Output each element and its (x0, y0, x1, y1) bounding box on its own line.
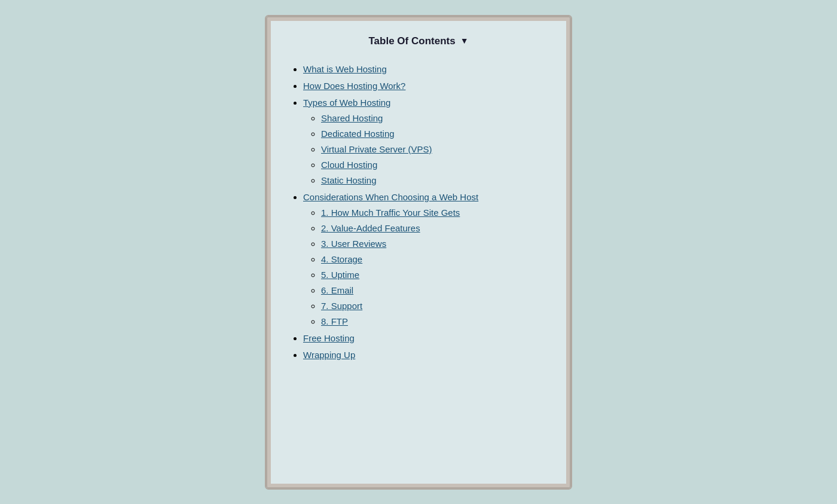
toc-link[interactable]: Free Hosting (303, 333, 355, 343)
list-item: Shared Hosting (321, 113, 546, 124)
list-item: Wrapping Up (303, 350, 546, 361)
toc-sub-link[interactable]: 7. Support (321, 301, 362, 311)
toc-sub-link[interactable]: 3. User Reviews (321, 239, 386, 249)
toc-link[interactable]: Wrapping Up (303, 350, 355, 360)
toc-sub-link[interactable]: 2. Value-Added Features (321, 223, 420, 233)
toc-header: Table Of Contents ▼ (291, 35, 546, 47)
list-item: Dedicated Hosting (321, 129, 546, 139)
list-item: 5. Uptime (321, 270, 546, 280)
toc-sub-link[interactable]: 8. FTP (321, 316, 348, 326)
toc-link[interactable]: Types of Web Hosting (303, 97, 390, 108)
list-item: 7. Support (321, 301, 546, 311)
table-of-contents-card: Table Of Contents ▼ What is Web HostingH… (266, 16, 571, 488)
list-item: What is Web Hosting (303, 64, 546, 75)
toc-title: Table Of Contents (369, 35, 456, 47)
list-item: Cloud Hosting (321, 160, 546, 170)
list-item: 3. User Reviews (321, 239, 546, 249)
toc-sub-list: 1. How Much Traffic Your Site Gets2. Val… (303, 207, 546, 327)
toc-sub-link[interactable]: Virtual Private Server (VPS) (321, 144, 432, 154)
list-item: Free Hosting (303, 333, 546, 344)
list-item: 2. Value-Added Features (321, 223, 546, 234)
list-item: 6. Email (321, 285, 546, 296)
toc-sub-link[interactable]: Shared Hosting (321, 113, 383, 123)
toc-sub-link[interactable]: 5. Uptime (321, 270, 359, 280)
list-item: Static Hosting (321, 175, 546, 186)
list-item: 1. How Much Traffic Your Site Gets (321, 207, 546, 218)
toc-link[interactable]: Considerations When Choosing a Web Host (303, 192, 478, 202)
toc-sub-link[interactable]: Cloud Hosting (321, 160, 377, 170)
list-item: 8. FTP (321, 316, 546, 327)
list-item: Considerations When Choosing a Web Host1… (303, 192, 546, 327)
toc-sub-list: Shared HostingDedicated HostingVirtual P… (303, 113, 546, 186)
toc-sub-link[interactable]: 1. How Much Traffic Your Site Gets (321, 207, 460, 218)
list-item: 4. Storage (321, 254, 546, 265)
toc-sub-link[interactable]: Static Hosting (321, 175, 377, 185)
toc-link[interactable]: How Does Hosting Work? (303, 81, 405, 91)
chevron-down-icon[interactable]: ▼ (460, 36, 469, 46)
toc-sub-link[interactable]: 6. Email (321, 285, 353, 295)
toc-sub-link[interactable]: 4. Storage (321, 254, 362, 264)
list-item: Types of Web HostingShared HostingDedica… (303, 97, 546, 186)
toc-link[interactable]: What is Web Hosting (303, 64, 387, 74)
toc-main-list: What is Web HostingHow Does Hosting Work… (291, 64, 546, 361)
list-item: Virtual Private Server (VPS) (321, 144, 546, 155)
list-item: How Does Hosting Work? (303, 81, 546, 91)
toc-sub-link[interactable]: Dedicated Hosting (321, 129, 395, 139)
